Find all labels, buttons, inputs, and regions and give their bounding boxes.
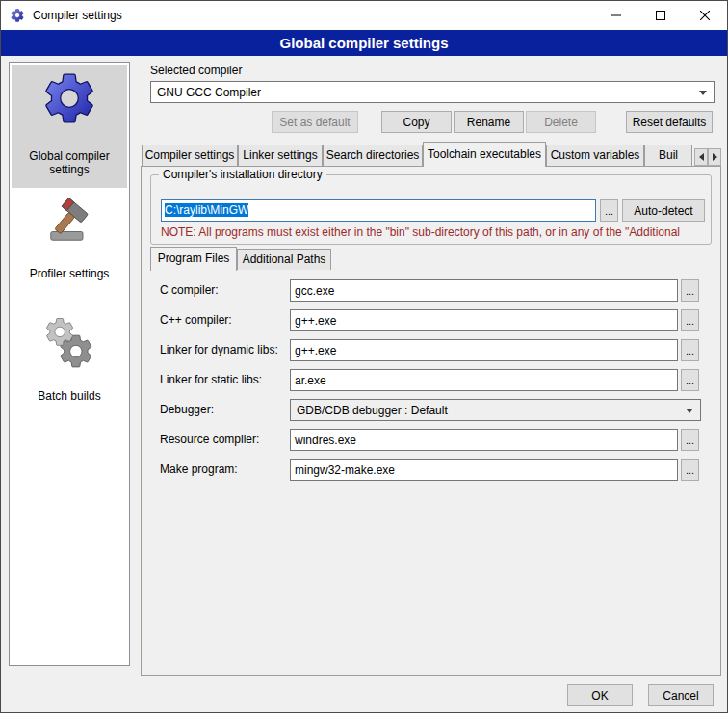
static-linker-input[interactable]: ar.exe bbox=[290, 369, 678, 391]
installation-directory-value: C:\raylib\MinGW bbox=[165, 203, 248, 217]
compiler-settings-window: Compiler settings Global compiler settin… bbox=[0, 0, 728, 713]
ok-button[interactable]: OK bbox=[567, 684, 633, 706]
browse-button[interactable]: ... bbox=[681, 459, 699, 481]
form-row-resource-compiler: Resource compiler: windres.exe ... bbox=[160, 429, 701, 451]
debugger-dropdown[interactable]: GDB/CDB debugger : Default bbox=[290, 399, 701, 421]
field-label: Make program: bbox=[160, 462, 238, 476]
tab-toolchain-executables[interactable]: Toolchain executables bbox=[423, 142, 546, 167]
sidebar-item-label: Batch builds bbox=[12, 389, 127, 403]
tab-build-options-truncated[interactable]: Buil bbox=[644, 145, 692, 166]
group-title: Compiler's installation directory bbox=[159, 168, 326, 181]
window-title: Compiler settings bbox=[33, 9, 594, 22]
debugger-value: GDB/CDB debugger : Default bbox=[297, 404, 448, 417]
form-row-cpp-compiler: C++ compiler: g++.exe ... bbox=[160, 309, 701, 331]
chevron-down-icon bbox=[686, 409, 693, 413]
form-row-debugger: Debugger: GDB/CDB debugger : Default bbox=[160, 399, 701, 421]
set-as-default-button[interactable]: Set as default bbox=[272, 111, 358, 133]
tab-search-directories[interactable]: Search directories bbox=[323, 145, 423, 166]
installation-directory-group: Compiler's installation directory C:\ray… bbox=[150, 174, 712, 245]
minimize-button[interactable] bbox=[594, 1, 638, 30]
auto-detect-button[interactable]: Auto-detect bbox=[622, 199, 705, 222]
sidebar-item-label: Profiler settings bbox=[12, 267, 127, 280]
note-text: NOTE: All programs must exist either in … bbox=[161, 225, 706, 239]
field-label: Linker for static libs: bbox=[160, 373, 262, 386]
subtab-program-files[interactable]: Program Files bbox=[150, 247, 237, 271]
field-label: Resource compiler: bbox=[160, 433, 259, 446]
maximize-icon bbox=[656, 11, 665, 20]
titlebar: Compiler settings bbox=[1, 1, 727, 30]
gray-gears-icon bbox=[41, 315, 97, 371]
copy-button[interactable]: Copy bbox=[381, 111, 452, 133]
cpp-compiler-input[interactable]: g++.exe bbox=[290, 309, 678, 331]
cancel-button[interactable]: Cancel bbox=[648, 684, 714, 706]
app-icon bbox=[10, 8, 25, 23]
chevron-down-icon bbox=[699, 91, 707, 95]
field-label: Debugger: bbox=[160, 403, 214, 416]
form-row-make-program: Make program: mingw32-make.exe ... bbox=[160, 459, 701, 481]
blue-gear-icon bbox=[39, 68, 99, 128]
subtab-additional-paths[interactable]: Additional Paths bbox=[237, 249, 331, 270]
browse-button[interactable]: ... bbox=[681, 339, 699, 361]
installation-directory-input[interactable]: C:\raylib\MinGW bbox=[161, 199, 596, 222]
tab-scroll-right-button[interactable] bbox=[708, 148, 721, 166]
tab-linker-settings[interactable]: Linker settings bbox=[238, 145, 323, 166]
page-title: Global compiler settings bbox=[1, 30, 727, 56]
dynamic-linker-input[interactable]: g++.exe bbox=[290, 339, 678, 361]
form-row-dynamic-linker: Linker for dynamic libs: g++.exe ... bbox=[160, 339, 701, 361]
dialog-body: Global compiler settings Profiler settin… bbox=[1, 56, 727, 713]
make-program-input[interactable]: mingw32-make.exe bbox=[290, 459, 678, 481]
selected-compiler-value: GNU GCC Compiler bbox=[157, 86, 261, 99]
close-button[interactable] bbox=[683, 1, 727, 30]
tab-custom-variables[interactable]: Custom variables bbox=[546, 145, 644, 166]
selected-compiler-dropdown[interactable]: GNU GCC Compiler bbox=[150, 81, 715, 103]
browse-directory-button[interactable]: ... bbox=[600, 199, 618, 222]
close-icon bbox=[700, 11, 710, 20]
form-row-static-linker: Linker for static libs: ar.exe ... bbox=[160, 369, 701, 391]
selected-compiler-label: Selected compiler bbox=[150, 64, 242, 77]
sidebar-item-label: Global compiler settings bbox=[12, 149, 127, 176]
minimize-icon bbox=[611, 11, 621, 20]
arrow-right-icon bbox=[713, 153, 717, 161]
c-compiler-input[interactable]: gcc.exe bbox=[290, 279, 678, 302]
field-label: Linker for dynamic libs: bbox=[160, 343, 278, 356]
browse-button[interactable]: ... bbox=[681, 279, 699, 302]
browse-button[interactable]: ... bbox=[681, 309, 699, 331]
field-label: C compiler: bbox=[160, 283, 219, 297]
tab-scroll-left-button[interactable] bbox=[694, 148, 708, 166]
settings-sidebar: Global compiler settings Profiler settin… bbox=[9, 62, 130, 666]
field-label: C++ compiler: bbox=[160, 313, 232, 327]
sidebar-item-batch-builds[interactable]: Batch builds bbox=[12, 308, 127, 403]
browse-button[interactable]: ... bbox=[681, 429, 699, 451]
delete-button[interactable]: Delete bbox=[526, 111, 596, 133]
form-row-c-compiler: C compiler: gcc.exe ... bbox=[160, 279, 701, 302]
arrow-left-icon bbox=[699, 153, 704, 161]
sidebar-item-global-compiler-settings[interactable]: Global compiler settings bbox=[12, 65, 127, 188]
maximize-button[interactable] bbox=[638, 1, 683, 30]
sidebar-item-profiler-settings[interactable]: Profiler settings bbox=[12, 188, 127, 280]
profiler-tool-icon bbox=[42, 195, 96, 249]
resource-compiler-input[interactable]: windres.exe bbox=[290, 429, 678, 451]
tab-compiler-settings[interactable]: Compiler settings bbox=[142, 145, 238, 166]
reset-defaults-button[interactable]: Reset defaults bbox=[626, 111, 713, 133]
rename-button[interactable]: Rename bbox=[454, 111, 524, 133]
browse-button[interactable]: ... bbox=[681, 369, 699, 391]
